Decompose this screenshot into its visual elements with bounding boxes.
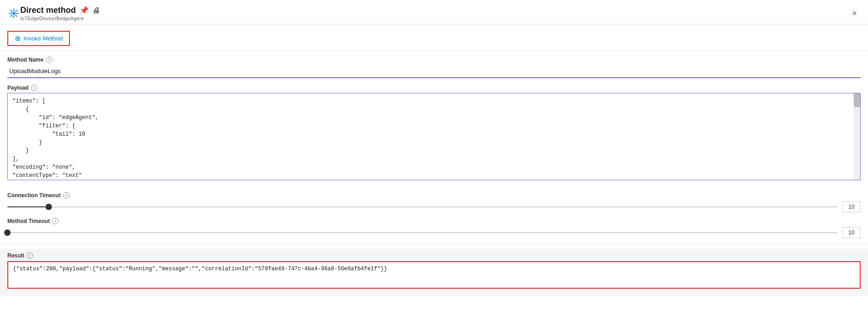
svg-line-7: [16, 15, 17, 17]
svg-line-8: [16, 10, 17, 12]
panel-header: Direct method 📌 🖨 IoTEdgeDevice/$edgeAge…: [0, 0, 868, 24]
bottom-area: Result i {"status":200,"payload":{"statu…: [0, 249, 868, 296]
method-timeout-value: 10: [842, 227, 861, 238]
connection-timeout-info-icon[interactable]: i: [63, 192, 69, 199]
result-text: {"status":200,"payload":{"status":"Runni…: [13, 266, 855, 272]
panel-subtitle: IoTEdgeDevice/$edgeAgent: [20, 16, 848, 21]
print-icon[interactable]: 🖨: [92, 6, 100, 15]
invoke-section: ⊕ Invoke Method: [0, 24, 868, 51]
svg-line-9: [11, 15, 12, 17]
method-timeout-section: Method Timeout i 10: [0, 218, 868, 238]
method-timeout-track: [7, 232, 838, 233]
result-info-icon[interactable]: i: [27, 252, 33, 259]
title-text: Direct method: [20, 6, 76, 15]
form-section: Method Name i Payload i: [0, 51, 868, 192]
method-name-info-icon[interactable]: i: [46, 57, 52, 63]
method-timeout-row: 10: [7, 227, 861, 238]
payload-scrollbar-thumb: [854, 93, 860, 107]
connection-timeout-track: [7, 206, 838, 207]
payload-container: [7, 93, 861, 180]
result-section: Result i {"status":200,"payload":{"statu…: [0, 249, 868, 296]
method-timeout-thumb[interactable]: [4, 229, 11, 236]
pin-icon[interactable]: 📌: [80, 6, 89, 15]
invoke-icon: ⊕: [15, 34, 21, 43]
panel-title: Direct method 📌 🖨: [20, 6, 848, 15]
result-label: Result i: [7, 249, 861, 259]
connection-timeout-label: Connection Timeout i: [7, 192, 861, 199]
connection-timeout-row: 10: [7, 201, 861, 212]
close-button[interactable]: ×: [848, 7, 861, 20]
direct-method-panel: Direct method 📌 🖨 IoTEdgeDevice/$edgeAge…: [0, 0, 868, 331]
payload-scrollbar[interactable]: [854, 93, 860, 180]
method-timeout-info-icon[interactable]: i: [52, 218, 58, 224]
header-title-group: Direct method 📌 🖨 IoTEdgeDevice/$edgeAge…: [20, 6, 848, 21]
connection-timeout-section: Connection Timeout i 10: [0, 192, 868, 212]
result-box: {"status":200,"payload":{"status":"Runni…: [7, 261, 861, 289]
azure-logo-icon: [7, 7, 20, 20]
connection-timeout-value: 10: [842, 201, 861, 212]
payload-label: Payload i: [7, 85, 861, 91]
method-name-input[interactable]: [7, 65, 861, 78]
svg-point-1: [12, 12, 15, 14]
payload-textarea[interactable]: [8, 93, 860, 178]
method-name-label: Method Name i: [7, 57, 861, 63]
method-timeout-label: Method Timeout i: [7, 218, 861, 224]
payload-info-icon[interactable]: i: [31, 85, 37, 91]
connection-timeout-fill: [7, 206, 49, 207]
payload-group: Payload i: [7, 85, 861, 180]
method-name-group: Method Name i: [7, 57, 861, 78]
invoke-label: Invoke Method: [23, 35, 63, 42]
svg-line-6: [11, 10, 12, 12]
separator: [0, 244, 868, 244]
connection-timeout-thumb[interactable]: [46, 204, 52, 210]
invoke-method-button[interactable]: ⊕ Invoke Method: [7, 31, 70, 46]
